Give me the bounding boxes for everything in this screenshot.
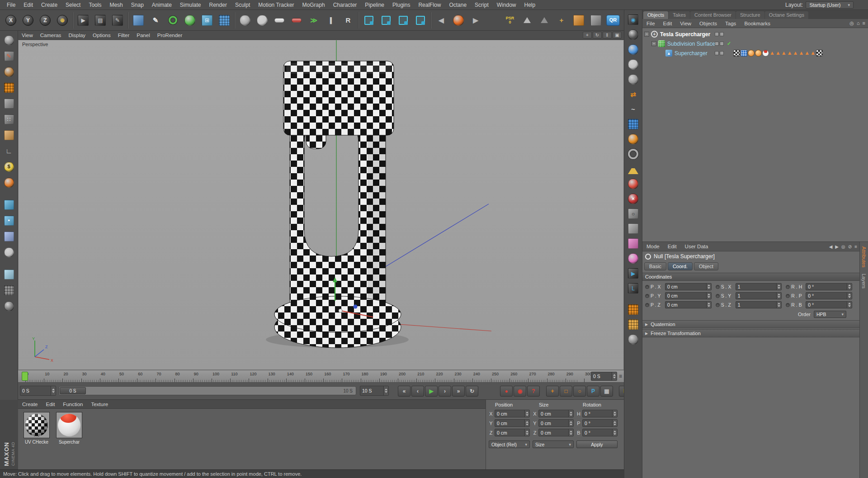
attribute-tab-object[interactable]: Object — [694, 262, 718, 270]
layer-dot[interactable] — [715, 42, 719, 46]
material-item-uv-checke[interactable]: UV CHecke — [23, 412, 51, 445]
current-frame-spinner[interactable] — [51, 386, 56, 395]
keyframe-radio[interactable] — [786, 303, 790, 307]
p-x-field-spinner[interactable] — [706, 284, 711, 290]
rotation-p-field-spinner[interactable] — [612, 420, 617, 426]
size-x-field-spinner[interactable] — [568, 410, 573, 417]
menu-script[interactable]: Script — [471, 0, 493, 10]
grid-sphere-orange-button[interactable] — [625, 132, 642, 147]
p-x-field[interactable]: 0 cm — [665, 283, 712, 290]
rotation-p-field[interactable]: 0 ° — [582, 419, 618, 427]
p-z-field[interactable]: 0 cm — [665, 301, 712, 308]
object-name[interactable]: Tesla Supercharger — [660, 31, 710, 38]
om-menu-tags[interactable]: Tags — [721, 19, 740, 28]
enabled-check-icon[interactable]: ✓ — [727, 41, 731, 47]
expander-icon[interactable]: − — [651, 41, 656, 46]
menu-help[interactable]: Help — [520, 0, 539, 10]
play-blue-button[interactable]: ▶ — [625, 266, 642, 281]
model-mode-button[interactable] — [1, 64, 17, 80]
menu-motion-tracker[interactable]: Motion Tracker — [254, 0, 298, 10]
viewport-menu-display[interactable]: Display — [65, 31, 89, 40]
history-back-button[interactable]: ◀ — [433, 11, 450, 30]
red-x-ball-button[interactable]: × — [625, 191, 642, 206]
keyframe-radio[interactable] — [716, 285, 720, 289]
phong-tag[interactable] — [748, 50, 755, 57]
simulate-cloth-button[interactable] — [236, 11, 254, 30]
key-position-button[interactable]: + — [546, 386, 559, 397]
layer-dot[interactable] — [715, 51, 719, 55]
duration-field[interactable]: 10 S — [360, 386, 389, 396]
material-thumbnail[interactable] — [56, 412, 82, 438]
object-mode-button[interactable] — [1, 95, 17, 111]
am-menu-edit[interactable]: Edit — [664, 242, 681, 251]
array-generator-button[interactable]: ⊞ — [198, 11, 216, 30]
menu-render[interactable]: Render — [205, 0, 231, 10]
coordinate-system-button[interactable]: ⊕ — [54, 11, 71, 30]
gizmo-center[interactable] — [339, 309, 342, 312]
content-browser-lib-button[interactable] — [587, 11, 604, 30]
go-to-start-button[interactable]: « — [398, 386, 410, 397]
side-tab-attributes[interactable]: Attributes — [861, 246, 867, 267]
viewport-menu-options[interactable]: Options — [89, 31, 114, 40]
layer-dot[interactable] — [720, 32, 724, 36]
timeline-ruler[interactable]: 0102030405060708090100110120130140150160… — [18, 370, 624, 383]
r-b-field-spinner[interactable] — [847, 302, 852, 308]
key-rotation-button[interactable]: ○ — [573, 386, 586, 397]
size-z-field[interactable]: 0 cm — [538, 429, 574, 436]
r-b-field[interactable]: 0 ° — [806, 301, 852, 308]
history-forward-button[interactable]: ▶ — [467, 11, 484, 30]
orbit-view-button[interactable]: ↻ — [593, 32, 602, 38]
menu-character[interactable]: Character — [329, 0, 361, 10]
tab-octane-settings[interactable]: Octane Settings — [765, 11, 808, 19]
spline-curve-button[interactable]: ~ — [625, 102, 642, 117]
layer-dot[interactable] — [720, 51, 724, 55]
pink-square-button[interactable] — [625, 236, 642, 251]
p-z-field-spinner[interactable] — [706, 302, 711, 308]
menu-snap[interactable]: Snap — [127, 0, 148, 10]
r-p-field-spinner[interactable] — [847, 293, 852, 299]
menu-octane[interactable]: Octane — [445, 0, 471, 10]
grid-array-button[interactable] — [1, 282, 17, 298]
keyframe-radio[interactable] — [645, 294, 649, 298]
undo-blob-button[interactable] — [1, 32, 17, 48]
add-cube-primitive-button[interactable] — [130, 11, 147, 30]
material-menu-create[interactable]: Create — [18, 400, 42, 409]
material-menu-texture[interactable]: Texture — [87, 400, 112, 409]
material-menu-edit[interactable]: Edit — [42, 400, 59, 409]
visibility-dots[interactable] — [715, 51, 724, 55]
tri-tag[interactable]: ▲ — [769, 50, 775, 57]
viewport-menu-panel[interactable]: Panel — [133, 31, 153, 40]
menu-mesh[interactable]: Mesh — [105, 0, 127, 10]
r-h-field[interactable]: 0 ° — [806, 283, 852, 290]
size-y-field[interactable]: 0 cm — [538, 419, 574, 427]
dart-pin-button[interactable] — [625, 161, 642, 176]
viewport-camera-button[interactable]: ◉ — [625, 12, 642, 27]
viewport[interactable]: Perspective — [18, 40, 624, 370]
render-region-button[interactable]: R — [340, 11, 357, 30]
p-y-field[interactable]: 0 cm — [665, 292, 712, 299]
base-upper[interactable] — [274, 296, 401, 332]
section-freeze-transformation[interactable]: ▶Freeze Transformation — [642, 329, 868, 337]
dollar-coin-button[interactable]: $ — [1, 159, 17, 175]
pause-animation-button[interactable]: ∥ — [322, 11, 340, 30]
attribute-tab-basic[interactable]: Basic — [644, 262, 666, 270]
snap-toggle-button[interactable] — [1, 197, 17, 213]
menu-edit[interactable]: Edit — [19, 0, 37, 10]
attribute-tab-coord[interactable]: Coord. — [668, 262, 693, 270]
axis-mode-button[interactable]: ∟ — [1, 143, 17, 159]
zoom-view-button[interactable]: ⇕ — [603, 32, 612, 38]
menu-pipeline[interactable]: Pipeline — [361, 0, 388, 10]
blue-sphere-shader-button[interactable] — [625, 42, 642, 57]
r-p-field[interactable]: 0 ° — [806, 292, 852, 299]
layout-select[interactable]: Startup (User) ▾ — [806, 1, 854, 9]
rotation-b-field[interactable]: 0 ° — [582, 429, 618, 436]
tri-tag[interactable]: ▲ — [810, 50, 816, 57]
tri-tag[interactable]: ▲ — [793, 50, 798, 57]
tri-tag[interactable]: ▲ — [775, 50, 781, 57]
pan-view-button[interactable]: + — [583, 32, 592, 38]
timeline-slider[interactable]: 0 S 10 S — [59, 386, 356, 395]
live-selection-button[interactable] — [360, 11, 377, 30]
duration-spinner[interactable] — [383, 386, 388, 395]
menu-realflow[interactable]: RealFlow — [414, 0, 445, 10]
gizmo-z-handle[interactable] — [354, 305, 358, 309]
